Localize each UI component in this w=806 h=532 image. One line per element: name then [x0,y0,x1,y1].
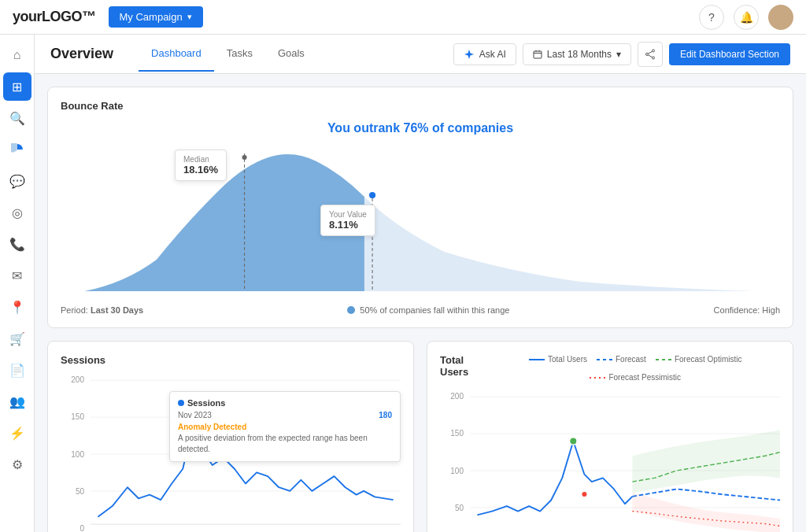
sidebar-search-icon[interactable]: 🔍 [3,104,31,132]
y-label: 200 [61,375,84,384]
legend-line-solid [529,359,545,360]
legend-line-dashed [597,359,612,360]
top-nav-right: ? 🔔 [699,5,793,30]
svg-point-5 [652,57,654,59]
bounce-rate-svg [61,142,780,299]
chevron-down-icon: ▾ [616,49,621,60]
svg-line-7 [648,51,652,54]
logo: yourLOGO™ [13,9,96,25]
svg-point-6 [645,53,648,55]
sessions-title: Sessions [61,354,401,366]
sidebar-email-icon[interactable]: ✉ [3,261,31,290]
total-users-chart [470,392,780,532]
avatar[interactable] [768,5,793,30]
bounce-rate-headline: You outrank 76% of companies [61,121,780,135]
sessions-tooltip: Sessions Nov 2023 180 Anomaly Detected A… [169,391,401,462]
page-header: Overview Dashboard Tasks Goals Ask AI La… [35,35,806,74]
top-nav: yourLOGO™ My Campaign ? 🔔 [0,0,806,35]
y-label: 100 [440,467,464,475]
sidebar-home-icon[interactable]: ⌂ [3,41,31,69]
bounce-rate-chart: Median 18.16% Your Value 8.11% [61,142,780,299]
share-icon [645,49,656,60]
sidebar-cart-icon[interactable]: 🛒 [3,324,31,353]
tooltip-dot [178,400,184,406]
tab-dashboard[interactable]: Dashboard [139,36,214,72]
anomaly-desc: A positive deviation from the expected r… [178,433,392,455]
y-label: 200 [440,392,464,401]
sidebar-pie-icon[interactable] [3,135,31,164]
y-label: 150 [440,429,464,438]
legend-total-users: Total Users [529,355,587,364]
total-users-card: Total Users Total Users Forecast [427,341,793,532]
sidebar-users-icon[interactable]: 👥 [3,387,31,416]
sidebar-plug-icon[interactable]: ⚡ [3,419,31,447]
campaign-button[interactable]: My Campaign [109,6,203,28]
footer-confidence: Confidence: High [714,305,780,315]
sessions-chart: Sessions Nov 2023 180 Anomaly Detected A… [91,375,401,532]
ask-ai-button[interactable]: Ask AI [453,43,516,65]
tab-tasks[interactable]: Tasks [214,36,265,72]
tooltip-header: Sessions [178,398,392,408]
svg-line-8 [648,54,652,57]
sidebar-grid-icon[interactable]: ⊞ [3,72,31,101]
svg-point-4 [652,50,654,52]
bounce-rate-percent: 76% [403,121,428,135]
bounce-rate-card: Bounce Rate You outrank 76% of companies [47,87,793,328]
svg-point-25 [582,491,588,497]
tab-goals[interactable]: Goals [265,36,317,72]
bounce-rate-title: Bounce Rate [61,100,780,112]
svg-point-11 [369,192,375,198]
legend-line-dashed-green [656,359,671,360]
y-label: 150 [61,412,84,421]
header-actions: Ask AI Last 18 Months ▾ Edit Dashboard S… [453,42,790,67]
range-dot [347,306,355,314]
ai-icon [464,49,475,60]
sessions-card: Sessions 200 150 100 50 0 [47,341,414,532]
svg-point-12 [242,155,247,160]
legend-forecast-pessimistic: Forecast Pessimistic [590,373,681,382]
footer-middle: 50% of companies fall within this range [347,305,509,315]
tabs: Dashboard Tasks Goals [139,36,317,72]
anomaly-badge: Anomaly Detected [178,423,392,431]
y-label: 50 [61,487,84,496]
sidebar-chat-icon[interactable]: 💬 [3,167,31,195]
share-button[interactable] [638,42,663,67]
sidebar: ⌂ ⊞ 🔍 💬 ◎ 📞 ✉ 📍 🛒 📄 👥 ⚡ ⚙ [0,35,35,532]
sidebar-location-icon[interactable]: 📍 [3,293,31,321]
main-layout: ⌂ ⊞ 🔍 💬 ◎ 📞 ✉ 📍 🛒 📄 👥 ⚡ ⚙ Overview Dashb… [0,35,806,532]
help-button[interactable]: ? [699,5,724,30]
sidebar-phone-icon[interactable]: 📞 [3,230,31,258]
sidebar-gear-icon[interactable]: ⚙ [3,450,31,478]
date-filter-button[interactable]: Last 18 Months ▾ [523,43,631,65]
bounce-rate-footer: Period: Last 30 Days 50% of companies fa… [61,305,780,315]
legend-forecast: Forecast [597,355,646,364]
content-area: Overview Dashboard Tasks Goals Ask AI La… [35,35,806,532]
y-label: 50 [440,504,464,512]
page-title: Overview [50,46,113,62]
total-users-title: Total Users [440,354,490,378]
svg-rect-0 [534,51,542,58]
edit-dashboard-button[interactable]: Edit Dashboard Section [669,43,790,65]
dashboard: Bounce Rate You outrank 76% of companies [35,74,806,532]
calendar-icon [533,50,542,59]
sidebar-file-icon[interactable]: 📄 [3,356,31,384]
chart-legend: Total Users Forecast Forecast Optimistic [490,355,780,382]
charts-row: Sessions 200 150 100 50 0 [47,341,793,532]
footer-period: Period: Last 30 Days [61,305,143,315]
notifications-button[interactable]: 🔔 [734,5,759,30]
total-users-svg [470,392,780,532]
legend-line-dotted [590,377,605,379]
sidebar-target-icon[interactable]: ◎ [3,198,31,227]
svg-point-24 [570,438,577,445]
legend-forecast-optimistic: Forecast Optimistic [656,355,742,364]
your-value-tooltip: Your Value 8.11% [320,205,375,236]
median-tooltip: Median 18.16% [175,150,227,181]
y-label: 100 [61,450,84,459]
y-label: 0 [61,524,84,532]
